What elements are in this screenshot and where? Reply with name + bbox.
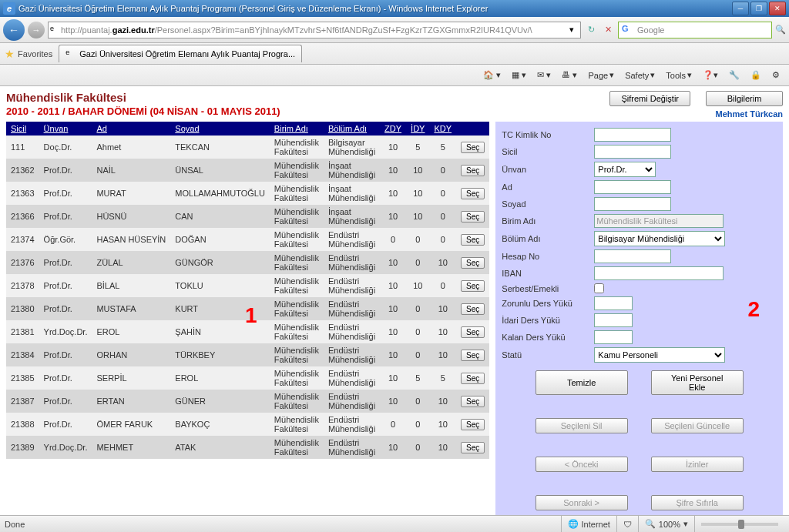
input-zdy[interactable] [594, 296, 633, 310]
ext2-icon[interactable]: 🔒 [746, 69, 766, 82]
table-cell: MühendislikFakültesi [270, 228, 324, 251]
table-cell: 0 [429, 228, 456, 251]
dropdown-icon[interactable]: ▾ [565, 23, 579, 37]
column-header[interactable]: Ad [92, 122, 170, 136]
status-text: Done [5, 520, 25, 524]
address-bar[interactable]: e http://puantaj.gazi.edu.tr/Personel.as… [48, 22, 581, 38]
table-cell: GÜNER [170, 390, 270, 413]
select-row-button[interactable]: Seç [461, 396, 485, 407]
label-hesap: Hesap No [502, 252, 594, 261]
table-cell: HASAN HÜSEYİN [92, 228, 170, 251]
mail-icon[interactable]: ✉ ▾ [532, 69, 556, 82]
table-cell: EndüstriMühendisliği [324, 251, 380, 274]
tools-menu[interactable]: Tools ▾ [661, 69, 697, 82]
table-cell: 10 [380, 343, 406, 366]
input-sicil[interactable] [594, 145, 671, 159]
forward-button[interactable]: → [28, 22, 45, 38]
table-cell: MühendislikFakültesi [270, 159, 324, 182]
input-hesap[interactable] [594, 249, 671, 263]
table-cell: MühendislikFakültesi [270, 390, 324, 413]
back-button[interactable]: ← [3, 19, 25, 41]
zoom-slider[interactable] [694, 516, 784, 523]
close-button[interactable]: ✕ [769, 2, 786, 15]
select-row-button[interactable]: Seç [461, 280, 485, 292]
checkbox-serbest[interactable] [594, 283, 604, 293]
input-idy[interactable] [594, 313, 633, 327]
protected-mode-icon[interactable]: 🛡 [616, 516, 638, 523]
table-cell: Prof.Dr. [39, 366, 92, 390]
favorites-label[interactable]: ★Favorites [5, 48, 52, 60]
table-cell: MUSTAFA [92, 297, 170, 320]
page-menu[interactable]: Page ▾ [583, 69, 619, 82]
ext3-icon[interactable]: ⚙ [767, 69, 784, 82]
browser-tab[interactable]: e Gazi Üniversitesi Öğretim Elemanı Aylı… [59, 45, 302, 62]
column-header[interactable]: Soyad [170, 122, 270, 136]
minimize-button[interactable]: ─ [732, 2, 749, 15]
select-row-button[interactable]: Seç [461, 188, 485, 199]
print-icon[interactable]: 🖶 ▾ [557, 69, 582, 82]
feeds-icon[interactable]: ▦ ▾ [507, 69, 531, 82]
clear-button[interactable]: Temizle [536, 370, 628, 395]
help-icon[interactable]: ❓▾ [698, 69, 723, 82]
table-cell: 111 [6, 136, 39, 159]
my-info-button[interactable]: Bilgilerim [706, 91, 783, 106]
table-cell: 10 [429, 297, 456, 320]
table-cell: MühendislikFakültesi [270, 182, 324, 205]
select-row-button[interactable]: Seç [461, 257, 485, 269]
select-row-button[interactable]: Seç [461, 142, 485, 153]
select-unvan[interactable]: Prof.Dr. [594, 162, 656, 177]
select-row-button[interactable]: Seç [461, 234, 485, 246]
refresh-icon[interactable]: ↻ [584, 23, 598, 37]
star-icon: ★ [5, 48, 15, 60]
select-row-button[interactable]: Seç [461, 442, 485, 453]
select-row-button[interactable]: Seç [461, 326, 485, 338]
select-row-button[interactable]: Seç [461, 303, 485, 315]
column-header[interactable]: ZDY [380, 122, 406, 136]
select-row-button[interactable]: Seç [461, 373, 485, 384]
delete-selected-button[interactable]: Seçileni Sil [536, 418, 628, 433]
column-header[interactable]: Ünvan [39, 122, 92, 136]
table-cell: MühendislikFakültesi [270, 343, 324, 366]
table-cell: MühendislikFakültesi [270, 320, 324, 343]
next-button[interactable]: Sonraki > [536, 495, 628, 510]
label-sicil: Sicil [502, 147, 594, 156]
previous-button[interactable]: < Önceki [536, 457, 628, 472]
safety-menu[interactable]: Safety ▾ [620, 69, 660, 82]
table-cell: 10 [429, 251, 456, 274]
input-tc[interactable] [594, 128, 671, 142]
input-soyad[interactable] [594, 197, 671, 211]
new-personnel-button[interactable]: Yeni Personel Ekle [651, 370, 744, 395]
select-row-button[interactable]: Seç [461, 211, 485, 223]
search-box[interactable]: G Google [618, 22, 772, 38]
select-bolum[interactable]: Bilgisayar Mühendisliği [594, 231, 725, 246]
home-icon[interactable]: 🏠 ▾ [478, 69, 505, 82]
select-row-button[interactable]: Seç [461, 350, 485, 361]
table-cell: ERTAN [92, 390, 170, 413]
input-ad[interactable] [594, 180, 671, 194]
select-statu[interactable]: Kamu Personeli [594, 347, 725, 363]
table-cell: 10 [380, 205, 406, 228]
table-cell: Öğr.Gör. [39, 228, 92, 251]
ext1-icon[interactable]: 🔧 [724, 69, 744, 82]
input-kdy[interactable] [594, 330, 633, 344]
table-cell: 10 [380, 390, 406, 413]
column-header[interactable] [456, 122, 489, 136]
table-cell: 10 [380, 366, 406, 390]
stop-icon[interactable]: ✕ [601, 23, 615, 37]
select-row-button[interactable]: Seç [461, 419, 485, 430]
column-header[interactable]: İDY [406, 122, 429, 136]
zoom-level[interactable]: 🔍 100% ▾ [638, 516, 694, 523]
column-header[interactable]: Birim Adı [270, 122, 324, 136]
search-go-icon[interactable]: 🔍 [775, 25, 786, 35]
reset-password-button[interactable]: Şifre Sıfırla [651, 495, 744, 510]
column-header[interactable]: Sicil [6, 122, 39, 136]
change-password-button[interactable]: Şifremi Değiştir [609, 91, 690, 106]
maximize-button[interactable]: ❐ [750, 2, 767, 15]
annotation-2: 2 [747, 297, 760, 322]
permissions-button[interactable]: İzinler [651, 457, 744, 472]
column-header[interactable]: Bölüm Adı [324, 122, 380, 136]
select-row-button[interactable]: Seç [461, 165, 485, 176]
input-iban[interactable] [594, 266, 724, 280]
column-header[interactable]: KDY [429, 122, 456, 136]
update-selected-button[interactable]: Seçileni Güncelle [651, 418, 744, 433]
